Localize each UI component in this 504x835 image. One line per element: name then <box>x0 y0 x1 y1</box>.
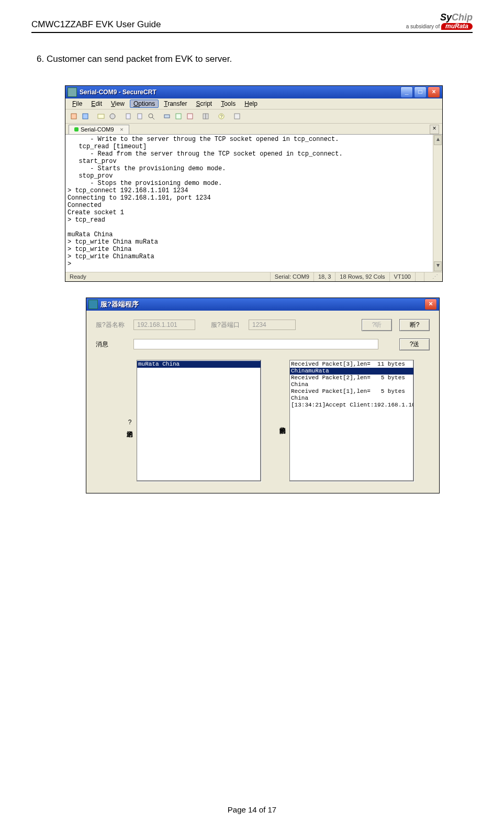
svg-rect-5 <box>138 114 142 119</box>
menu-transfer[interactable]: Transfer <box>160 100 191 108</box>
toolbar-icon[interactable] <box>80 111 91 122</box>
send-button[interactable]: ?送 <box>399 338 430 350</box>
list-item[interactable]: Received Packet[3],len= 11 bytes <box>290 361 413 368</box>
svg-rect-8 <box>164 115 170 118</box>
maximize-button[interactable]: □ <box>414 86 427 98</box>
list-item[interactable]: Received Packet[2],len= 5 bytes <box>290 375 413 381</box>
menu-tools[interactable]: Tools <box>217 100 239 108</box>
terminal-output[interactable]: - Write to the server throug the TCP soc… <box>65 135 433 272</box>
label-sent-messages: ?送的消息 <box>124 360 133 481</box>
tab-strip: Serial-COM9 × × <box>65 124 442 135</box>
toolbar-icon[interactable] <box>232 111 242 122</box>
close-button[interactable]: × <box>424 299 437 310</box>
toolbar-icon[interactable] <box>123 111 133 122</box>
label-server-port: 服?器端口 <box>211 321 249 329</box>
titlebar[interactable]: 服?器端程序 × <box>86 298 439 311</box>
status-extra <box>416 272 424 281</box>
svg-point-6 <box>149 114 153 118</box>
toolbar-icon[interactable] <box>146 111 156 122</box>
received-messages-list[interactable]: Received Packet[3],len= 11 bytesChinamuR… <box>289 360 414 481</box>
menu-file[interactable]: File <box>69 100 86 108</box>
menu-options[interactable]: Options <box>130 100 159 108</box>
svg-rect-9 <box>176 114 181 119</box>
tab-label: Serial-COM9 <box>81 126 114 133</box>
message-input[interactable] <box>133 339 378 349</box>
close-button[interactable]: × <box>428 86 440 98</box>
statusbar: Ready Serial: COM9 18, 3 18 Rows, 92 Col… <box>65 272 442 281</box>
tab-close-icon[interactable]: × <box>116 126 124 133</box>
menu-help[interactable]: Help <box>241 100 261 108</box>
doc-title: CMWC1ZZABF EVK User Guide <box>31 19 161 30</box>
scrollbar[interactable]: ▴ ▾ <box>433 135 442 272</box>
menu-view[interactable]: View <box>107 100 128 108</box>
svg-rect-12 <box>206 114 208 119</box>
window-title: 服?器端程序 <box>100 300 423 309</box>
session-tab[interactable]: Serial-COM9 × <box>69 125 129 134</box>
server-name-field[interactable] <box>133 320 195 330</box>
svg-rect-15 <box>234 114 240 119</box>
toolbar-icon[interactable]: ? <box>216 111 227 122</box>
list-item[interactable]: China <box>290 395 413 402</box>
status-ready: Ready <box>65 272 271 281</box>
disconnect-button[interactable]: 断? <box>399 319 430 331</box>
list-item[interactable]: China <box>290 381 413 388</box>
toolbar-icon[interactable] <box>162 111 172 122</box>
resize-grip-icon[interactable]: ⋰ <box>424 272 442 281</box>
toolbar-icon[interactable] <box>69 111 79 122</box>
svg-text:?: ? <box>220 114 222 119</box>
listen-button[interactable]: ?听 <box>362 319 392 331</box>
list-item[interactable]: muRata China <box>137 361 261 368</box>
svg-rect-1 <box>83 114 88 119</box>
toolbar[interactable]: ? <box>65 109 442 124</box>
titlebar[interactable]: Serial-COM9 - SecureCRT _ □ × <box>65 86 442 98</box>
server-port-field[interactable] <box>249 320 296 330</box>
minimize-button[interactable]: _ <box>400 86 413 98</box>
menu-edit[interactable]: Edit <box>87 100 106 108</box>
toolbar-icon[interactable] <box>173 111 184 122</box>
svg-rect-11 <box>203 114 206 119</box>
svg-rect-0 <box>71 114 76 119</box>
window-title: Serial-COM9 - SecureCRT <box>80 89 399 96</box>
toolbar-icon[interactable] <box>135 111 145 122</box>
toolbar-icon[interactable] <box>96 111 106 122</box>
page-footer: Page 14 of 17 <box>0 805 504 814</box>
toolbar-icon[interactable] <box>200 111 211 122</box>
app-icon <box>68 87 77 97</box>
doc-header: CMWC1ZZABF EVK User Guide SyChip a subsi… <box>31 13 473 33</box>
scroll-down-icon[interactable]: ▾ <box>434 261 442 271</box>
svg-rect-4 <box>126 114 130 119</box>
status-size: 18 Rows, 92 Cols <box>335 272 389 281</box>
menubar[interactable]: FileEditViewOptionsTransferScriptToolsHe… <box>65 98 442 109</box>
tabstrip-close-icon[interactable]: × <box>430 125 439 134</box>
toolbar-icon[interactable] <box>107 111 118 122</box>
status-term: VT100 <box>390 272 416 281</box>
svg-rect-10 <box>187 114 193 119</box>
logo: SyChip a subsidiary of muRata <box>406 13 473 30</box>
list-item[interactable]: ChinamuRata <box>290 368 413 375</box>
svg-point-3 <box>110 114 115 119</box>
step-text: 6. Customer can send packet from EVK to … <box>37 54 473 64</box>
menu-script[interactable]: Script <box>193 100 216 108</box>
status-port: Serial: COM9 <box>271 272 314 281</box>
status-cursor: 18, 3 <box>314 272 335 281</box>
list-item[interactable]: [13:34:21]Accept Client:192.168.1.100 <box>290 402 413 409</box>
server-dialog: 服?器端程序 × 服?器名称 服?器端口 ?听 断? 消息 ?送 ?送的消息 m… <box>86 298 440 493</box>
scroll-up-icon[interactable]: ▴ <box>434 135 442 145</box>
status-dot-icon <box>74 127 79 131</box>
list-item[interactable]: Received Packet[1],len= 5 bytes <box>290 388 413 395</box>
sent-messages-list[interactable]: muRata China <box>137 360 261 481</box>
label-server-name: 服?器名称 <box>96 321 133 329</box>
svg-line-7 <box>152 117 154 119</box>
app-icon <box>88 300 98 309</box>
label-received-messages: 接收的消息 <box>277 360 286 481</box>
label-message: 消息 <box>96 340 133 349</box>
svg-rect-2 <box>98 114 104 118</box>
toolbar-icon[interactable] <box>185 111 195 122</box>
securecrt-window: Serial-COM9 - SecureCRT _ □ × FileEditVi… <box>65 85 443 282</box>
